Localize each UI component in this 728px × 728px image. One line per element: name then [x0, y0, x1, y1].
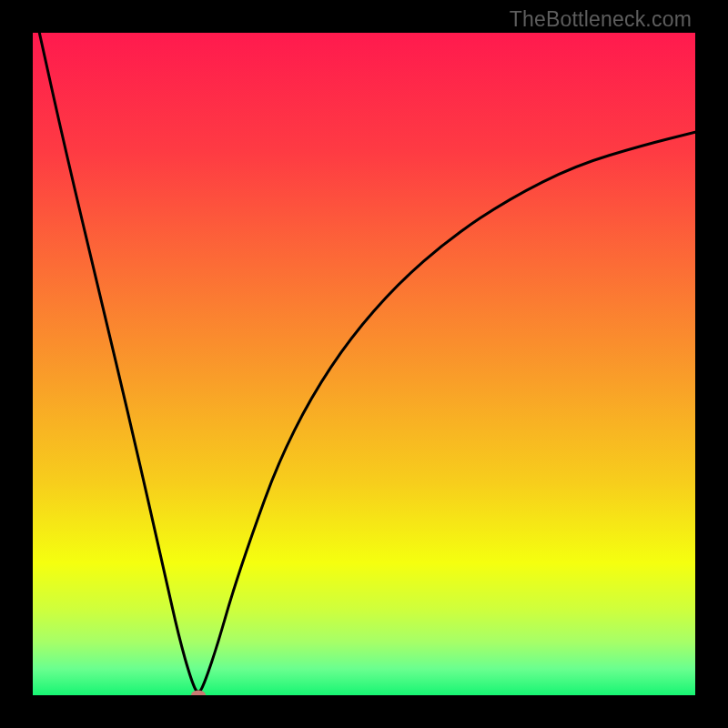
- bottleneck-curve: [39, 33, 695, 692]
- plot-area: [33, 33, 695, 695]
- watermark-text: TheBottleneck.com: [510, 7, 692, 32]
- curve-layer: [33, 33, 695, 695]
- chart-frame: TheBottleneck.com: [0, 0, 728, 728]
- minimum-marker: [191, 691, 206, 696]
